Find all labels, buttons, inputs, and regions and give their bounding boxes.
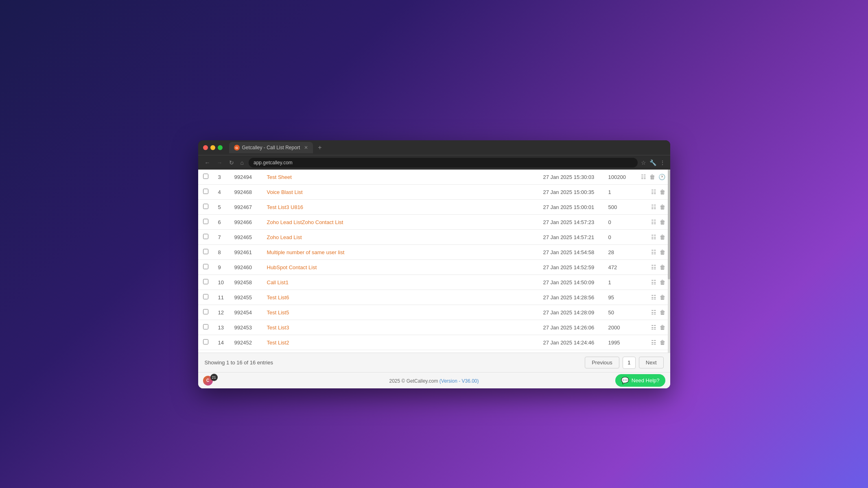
delete-icon[interactable]: 🗑 [660,264,665,270]
row-id: 992468 [230,185,262,200]
delete-icon[interactable]: 🗑 [660,309,665,316]
table-row: 13 992453 Test List3 27 Jan 2025 14:26:0… [198,320,670,335]
row-checkbox[interactable] [203,294,208,299]
row-actions: ☷ 🗑 [636,200,670,215]
close-button[interactable] [203,145,208,150]
row-checkbox[interactable] [203,249,208,254]
row-number: 5 [213,200,230,215]
version-link[interactable]: (Version - V36.00) [439,378,479,384]
row-checkbox[interactable] [203,324,208,329]
footer-logo-area: C 21 [203,376,220,386]
browser-window: G Getcalley - Call List Report ✕ + ← → ↻… [198,140,670,388]
row-name[interactable]: Zoho Lead ListZoho Contact List [262,215,538,230]
need-help-button[interactable]: 💬 Need Help? [615,374,665,387]
new-tab-button[interactable]: + [318,144,321,151]
extension-icon[interactable]: 🔧 [649,159,656,166]
row-number: 8 [213,245,230,260]
row-name[interactable]: Test List2 [262,335,538,350]
back-button[interactable]: ← [203,159,212,167]
row-date: 27 Jan 2025 14:54:58 [538,245,603,260]
row-name[interactable]: Zoho Lead List [262,230,538,245]
list-icon[interactable]: ☷ [651,264,656,270]
scrollbar[interactable] [668,170,670,353]
row-count: 28 [603,245,636,260]
delete-icon[interactable]: 🗑 [660,339,665,346]
list-icon[interactable]: ☷ [651,249,656,255]
row-checkbox[interactable] [203,339,208,344]
row-id: 992467 [230,200,262,215]
delete-icon[interactable]: 🗑 [660,294,665,301]
list-icon[interactable]: ☷ [651,279,656,285]
minimize-button[interactable] [210,145,215,150]
row-count: 100200 [603,170,636,185]
row-name[interactable]: HubSpot Contact List [262,260,538,275]
row-name[interactable]: Test List3 U816 [262,200,538,215]
row-date: 27 Jan 2025 14:57:23 [538,215,603,230]
delete-icon[interactable]: 🗑 [660,324,665,331]
row-checkbox[interactable] [203,189,208,194]
delete-icon[interactable]: 🗑 [660,234,665,240]
tab-close-icon[interactable]: ✕ [304,145,308,150]
next-button[interactable]: Next [639,357,664,368]
row-checkbox[interactable] [203,264,208,269]
row-name[interactable]: Call List1 [262,275,538,290]
row-checkbox-cell [198,170,213,185]
delete-icon[interactable]: 🗑 [660,249,665,255]
row-checkbox[interactable] [203,309,208,314]
home-button[interactable]: ⌂ [239,159,245,167]
row-name[interactable]: Test List6 [262,290,538,305]
scrollbar-thumb[interactable] [668,170,670,279]
row-checkbox-cell [198,305,213,320]
row-name[interactable]: Test List5 [262,305,538,320]
clock-icon[interactable]: 🕐 [658,174,665,180]
list-icon[interactable]: ☷ [651,234,656,240]
row-checkbox-cell [198,290,213,305]
maximize-button[interactable] [218,145,223,150]
row-checkbox[interactable] [203,174,208,179]
row-checkbox[interactable] [203,234,208,239]
address-bar-icons: ☆ 🔧 ⋮ [641,159,665,166]
row-date: 27 Jan 2025 14:28:56 [538,290,603,305]
list-icon[interactable]: ☷ [651,324,656,331]
reload-button[interactable]: ↻ [227,159,236,167]
page-number[interactable]: 1 [623,357,636,369]
row-name[interactable]: Test Sheet [262,170,538,185]
previous-button[interactable]: Previous [585,357,619,368]
table-row: 9 992460 HubSpot Contact List 27 Jan 202… [198,260,670,275]
row-checkbox-cell [198,245,213,260]
row-checkbox[interactable] [203,219,208,224]
delete-icon[interactable]: 🗑 [660,219,665,225]
bookmark-icon[interactable]: ☆ [641,159,646,166]
delete-icon[interactable]: 🗑 [660,204,665,210]
row-number: 13 [213,320,230,335]
table-row: 11 992455 Test List6 27 Jan 2025 14:28:5… [198,290,670,305]
list-icon[interactable]: ☷ [641,174,646,180]
delete-icon[interactable]: 🗑 [649,174,655,180]
row-count: 2000 [603,320,636,335]
list-icon[interactable]: ☷ [651,219,656,225]
list-icon[interactable]: ☷ [651,339,656,346]
row-name[interactable]: Test List1 [262,350,538,353]
row-actions: ☷ 🗑 [636,320,670,335]
browser-tab[interactable]: G Getcalley - Call List Report ✕ [229,142,313,153]
table-row: 5 992467 Test List3 U816 27 Jan 2025 15:… [198,200,670,215]
row-name[interactable]: Multiple number of same user list [262,245,538,260]
address-input[interactable] [249,158,638,168]
browser-content: 3 992494 Test Sheet 27 Jan 2025 15:30:03… [198,170,670,388]
row-checkbox[interactable] [203,204,208,209]
delete-icon[interactable]: 🗑 [660,189,665,195]
list-icon[interactable]: ☷ [651,309,656,316]
row-name[interactable]: Voice Blast List [262,185,538,200]
list-icon[interactable]: ☷ [651,294,656,301]
forward-button[interactable]: → [215,159,224,167]
row-count: 500 [603,200,636,215]
row-checkbox[interactable] [203,279,208,284]
row-count: 2000 [603,350,636,353]
menu-icon[interactable]: ⋮ [660,159,665,166]
row-name[interactable]: Test List3 [262,320,538,335]
table-row: 4 992468 Voice Blast List 27 Jan 2025 15… [198,185,670,200]
list-icon[interactable]: ☷ [651,189,656,195]
delete-icon[interactable]: 🗑 [660,279,665,285]
list-icon[interactable]: ☷ [651,204,656,210]
tab-title: Getcalley - Call List Report [242,145,300,150]
